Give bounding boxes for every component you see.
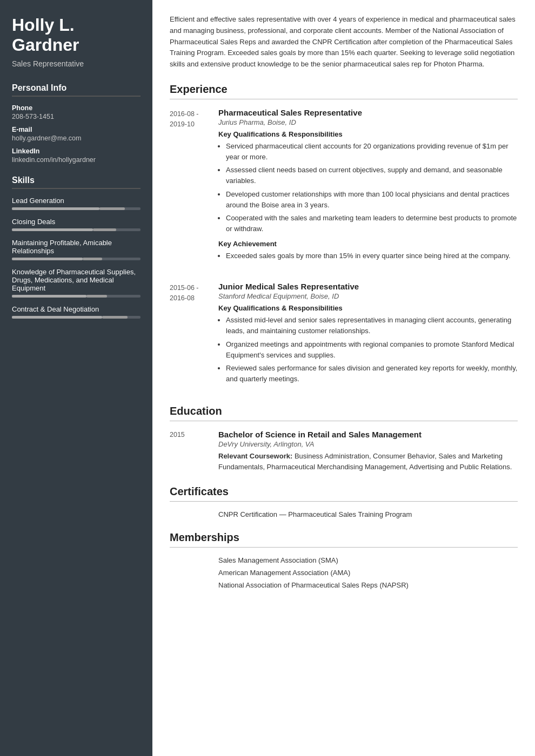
exp-job-title: Pharmaceutical Sales Representative [218,108,518,117]
edu-date: 2015 [170,430,218,473]
summary-text: Efficient and effective sales representa… [170,14,518,70]
exp-qualification-item: Organized meetings and appointments with… [226,339,518,361]
linkedin-value: linkedin.com/in/hollygardner [12,156,141,164]
membership-text: Sales Management Association (SMA) [218,556,518,564]
memberships-section: Memberships Sales Management Association… [170,531,518,589]
edu-school: DeVry University, Arlington, VA [218,440,518,448]
certificates-section: Certificates CNPR Certification — Pharma… [170,485,518,518]
skill-bar-accent [83,258,102,260]
experience-item: 2016-08 - 2019-10Pharmaceutical Sales Re… [170,108,518,267]
certificate-text: CNPR Certification — Pharmaceutical Sale… [218,510,518,518]
exp-qualifications-title: Key Qualifications & Responsibilities [218,304,518,312]
skill-bar-fill [12,258,83,260]
sidebar: Holly L. Gardner Sales Representative Pe… [0,0,152,756]
skills-list: Lead GenerationClosing DealsMaintaining … [12,197,141,319]
email-value: holly.gardner@me.com [12,134,141,142]
certificate-item: CNPR Certification — Pharmaceutical Sale… [170,510,518,518]
skill-bar-fill [12,295,86,298]
skills-section-title: Skills [12,176,141,189]
skill-bar-fill [12,316,102,319]
skill-item: Lead Generation [12,197,141,210]
exp-qualification-item: Developed customer relationships with mo… [226,189,518,211]
skill-bar [12,228,141,231]
exp-content: Pharmaceutical Sales RepresentativeJuriu… [218,108,518,267]
phone-label: Phone [12,104,141,112]
skill-item: Maintaining Profitable, Amicable Relatio… [12,239,141,260]
membership-item: National Association of Pharmaceutical S… [170,581,518,589]
exp-achievements-list: Exceeded sales goals by more than 15% in… [226,251,518,261]
exp-job-title: Junior Medical Sales Representative [218,282,518,291]
skill-name: Maintaining Profitable, Amicable Relatio… [12,239,141,255]
skill-name: Closing Deals [12,218,141,226]
exp-company: Jurius Pharma, Boise, ID [218,118,518,126]
education-section-title: Education [170,405,518,421]
cert-spacer [170,510,218,518]
candidate-title: Sales Representative [12,59,141,68]
membership-item: American Management Association (AMA) [170,569,518,577]
skill-bar-fill [12,228,93,231]
exp-achievement-item: Exceeded sales goals by more than 15% in… [226,251,518,261]
experience-list: 2016-08 - 2019-10Pharmaceutical Sales Re… [170,108,518,390]
skill-name: Contract & Deal Negotiation [12,305,141,313]
skill-bar [12,258,141,260]
skill-name: Lead Generation [12,197,141,205]
exp-qualifications-list: Assisted mid-level and senior sales repr… [226,315,518,384]
exp-content: Junior Medical Sales RepresentativeStanf… [218,282,518,390]
exp-date: 2016-08 - 2019-10 [170,108,218,267]
experience-section: Experience 2016-08 - 2019-10Pharmaceutic… [170,83,518,390]
personal-info-section-title: Personal Info [12,83,141,97]
certificates-section-title: Certificates [170,485,518,502]
education-list: 2015Bachelor of Science in Retail and Sa… [170,430,518,473]
exp-qualification-item: Assessed client needs based on current o… [226,165,518,186]
exp-qualifications-title: Key Qualifications & Responsibilities [218,130,518,138]
edu-coursework: Relevant Coursework: Business Administra… [218,451,518,473]
skill-name: Knowledge of Pharmaceutical Supplies, Dr… [12,268,141,292]
membership-text: American Management Association (AMA) [218,569,518,577]
skill-bar [12,316,141,319]
skill-bar [12,207,141,210]
education-section: Education 2015Bachelor of Science in Ret… [170,405,518,473]
skill-bar-accent [86,295,107,298]
exp-qualifications-list: Serviced pharmaceutical client accounts … [226,141,518,234]
exp-qualification-item: Serviced pharmaceutical client accounts … [226,141,518,163]
membership-item: Sales Management Association (SMA) [170,556,518,564]
exp-qualification-item: Cooperated with the sales and marketing … [226,213,518,234]
skill-bar [12,295,141,298]
skill-bar-accent [93,228,116,231]
skill-item: Contract & Deal Negotiation [12,305,141,319]
member-spacer [170,556,218,564]
exp-qualification-item: Reviewed sales performance for sales div… [226,363,518,384]
member-spacer [170,569,218,577]
experience-item: 2015-06 - 2016-08Junior Medical Sales Re… [170,282,518,390]
linkedin-label: LinkedIn [12,147,141,155]
exp-achievement-title: Key Achievement [218,240,518,248]
main-content: Efficient and effective sales representa… [152,0,535,756]
membership-text: National Association of Pharmaceutical S… [218,581,518,589]
exp-company: Stanford Medical Equipment, Boise, ID [218,292,518,300]
skill-item: Knowledge of Pharmaceutical Supplies, Dr… [12,268,141,298]
email-label: E-mail [12,126,141,133]
education-item: 2015Bachelor of Science in Retail and Sa… [170,430,518,473]
skill-bar-accent [99,207,125,210]
edu-content: Bachelor of Science in Retail and Sales … [218,430,518,473]
experience-section-title: Experience [170,83,518,99]
candidate-name: Holly L. Gardner [12,15,141,55]
member-spacer [170,581,218,589]
phone-value: 208-573-1451 [12,113,141,120]
edu-coursework-label: Relevant Coursework: [218,452,295,460]
certificates-list: CNPR Certification — Pharmaceutical Sale… [170,510,518,518]
exp-date: 2015-06 - 2016-08 [170,282,218,390]
skill-bar-fill [12,207,99,210]
edu-degree: Bachelor of Science in Retail and Sales … [218,430,518,439]
memberships-list: Sales Management Association (SMA)Americ… [170,556,518,589]
exp-qualification-item: Assisted mid-level and senior sales repr… [226,315,518,336]
skill-item: Closing Deals [12,218,141,231]
skills-section: Skills Lead GenerationClosing DealsMaint… [12,176,141,319]
skill-bar-accent [102,316,128,319]
memberships-section-title: Memberships [170,531,518,548]
